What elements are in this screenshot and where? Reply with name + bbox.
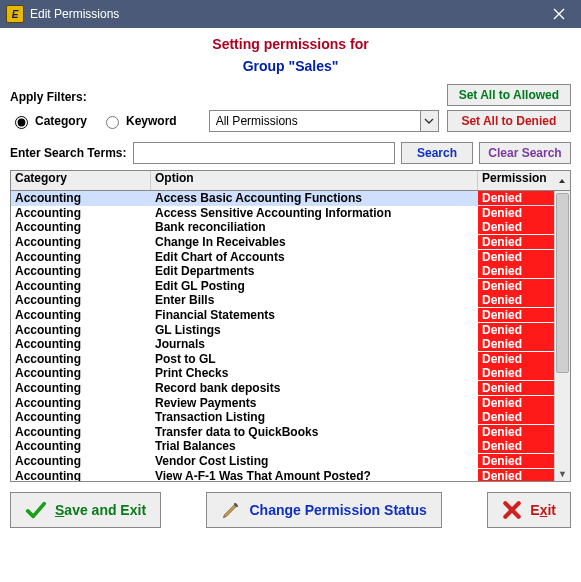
cell-category: Accounting [11, 308, 151, 322]
table-row[interactable]: AccountingVendor Cost ListingDenied [11, 454, 554, 469]
cell-category: Accounting [11, 220, 151, 234]
cell-permission: Denied [478, 366, 554, 380]
cell-category: Accounting [11, 206, 151, 220]
cell-permission: Denied [478, 279, 554, 293]
cell-category: Accounting [11, 396, 151, 410]
table-row[interactable]: AccountingRecord bank depositsDenied [11, 381, 554, 396]
cell-permission: Denied [478, 323, 554, 337]
table-row[interactable]: AccountingBank reconciliationDenied [11, 220, 554, 235]
grid-body[interactable]: AccountingAccess Basic Accounting Functi… [11, 191, 554, 481]
cell-option: Change In Receivables [151, 235, 478, 249]
cell-permission: Denied [478, 337, 554, 351]
change-label: Change Permission Status [249, 502, 426, 518]
radio-keyword-label: Keyword [126, 114, 177, 128]
cell-category: Accounting [11, 454, 151, 468]
scroll-down-icon[interactable]: ▼ [555, 467, 570, 481]
save-and-exit-button[interactable]: Save and Exit [10, 492, 161, 528]
cell-permission: Denied [478, 308, 554, 322]
table-row[interactable]: AccountingEdit DepartmentsDenied [11, 264, 554, 279]
table-row[interactable]: AccountingPost to GLDenied [11, 352, 554, 367]
cell-permission: Denied [478, 206, 554, 220]
table-row[interactable]: AccountingView A-F-1 Was That Amount Pos… [11, 468, 554, 481]
cell-option: Access Sensitive Accounting Information [151, 206, 478, 220]
cell-option: Review Payments [151, 396, 478, 410]
cell-option: Post to GL [151, 352, 478, 366]
check-icon [25, 499, 47, 521]
cell-permission: Denied [478, 396, 554, 410]
cell-option: Transaction Listing [151, 410, 478, 424]
cell-option: Edit GL Posting [151, 279, 478, 293]
cell-category: Accounting [11, 235, 151, 249]
x-icon [502, 500, 522, 520]
cell-category: Accounting [11, 425, 151, 439]
table-row[interactable]: AccountingJournalsDenied [11, 337, 554, 352]
window-close-button[interactable] [537, 0, 581, 28]
cell-option: Edit Departments [151, 264, 478, 278]
cell-category: Accounting [11, 264, 151, 278]
chevron-down-icon [420, 111, 438, 131]
table-row[interactable]: AccountingEdit GL PostingDenied [11, 279, 554, 294]
cell-option: GL Listings [151, 323, 478, 337]
cell-option: Record bank deposits [151, 381, 478, 395]
app-icon: E [6, 5, 24, 23]
table-row[interactable]: AccountingAccess Sensitive Accounting In… [11, 206, 554, 221]
header-category[interactable]: Category [11, 171, 151, 190]
radio-category-label: Category [35, 114, 87, 128]
close-icon [553, 8, 565, 20]
radio-keyword[interactable]: Keyword [101, 113, 177, 129]
table-row[interactable]: AccountingAccess Basic Accounting Functi… [11, 191, 554, 206]
cell-permission: Denied [478, 235, 554, 249]
grid-scrollbar[interactable]: ▲ ▼ [554, 191, 570, 481]
sort-indicator-icon [554, 171, 570, 190]
window-title: Edit Permissions [30, 7, 119, 21]
cell-permission: Denied [478, 352, 554, 366]
cell-category: Accounting [11, 410, 151, 424]
titlebar: E Edit Permissions [0, 0, 581, 28]
set-all-denied-button[interactable]: Set All to Denied [447, 110, 571, 132]
cell-category: Accounting [11, 366, 151, 380]
filters-row: Apply Filters: Category Keyword All Perm… [10, 84, 571, 132]
exit-button[interactable]: Exit [487, 492, 571, 528]
clear-search-button[interactable]: Clear Search [479, 142, 571, 164]
cell-permission: Denied [478, 410, 554, 424]
radio-keyword-input[interactable] [106, 116, 119, 129]
set-all-allowed-button[interactable]: Set All to Allowed [447, 84, 571, 106]
cell-category: Accounting [11, 279, 151, 293]
cell-permission: Denied [478, 469, 554, 481]
cell-option: View A-F-1 Was That Amount Posted? [151, 469, 478, 481]
bottom-bar: Save and Exit Change Permission Status E… [10, 492, 571, 528]
radio-category[interactable]: Category [10, 113, 87, 129]
client-area: Setting permissions for Group "Sales" Ap… [0, 28, 581, 582]
table-row[interactable]: AccountingPrint ChecksDenied [11, 366, 554, 381]
table-row[interactable]: AccountingChange In ReceivablesDenied [11, 235, 554, 250]
header-option[interactable]: Option [151, 171, 478, 190]
cell-permission: Denied [478, 250, 554, 264]
table-row[interactable]: AccountingEdit Chart of AccountsDenied [11, 249, 554, 264]
cell-option: Transfer data to QuickBooks [151, 425, 478, 439]
cell-category: Accounting [11, 469, 151, 481]
radio-category-input[interactable] [15, 116, 28, 129]
filter-combo[interactable]: All Permissions [209, 110, 439, 132]
table-row[interactable]: AccountingGL ListingsDenied [11, 322, 554, 337]
cell-permission: Denied [478, 293, 554, 307]
table-row[interactable]: AccountingTransaction ListingDenied [11, 410, 554, 425]
table-row[interactable]: AccountingTrial BalancesDenied [11, 439, 554, 454]
cell-option: Print Checks [151, 366, 478, 380]
header-permission[interactable]: Permission [478, 171, 554, 190]
permissions-grid: Category Option Permission AccountingAcc… [10, 170, 571, 482]
change-permission-button[interactable]: Change Permission Status [206, 492, 441, 528]
scroll-thumb[interactable] [556, 193, 569, 373]
cell-category: Accounting [11, 323, 151, 337]
cell-category: Accounting [11, 293, 151, 307]
table-row[interactable]: AccountingTransfer data to QuickBooksDen… [11, 425, 554, 440]
table-row[interactable]: AccountingReview PaymentsDenied [11, 395, 554, 410]
grid-header: Category Option Permission [11, 171, 570, 191]
cell-option: Edit Chart of Accounts [151, 250, 478, 264]
pencil-icon [221, 500, 241, 520]
cell-permission: Denied [478, 381, 554, 395]
table-row[interactable]: AccountingEnter BillsDenied [11, 293, 554, 308]
search-button[interactable]: Search [401, 142, 473, 164]
cell-category: Accounting [11, 352, 151, 366]
search-input[interactable] [133, 142, 396, 164]
table-row[interactable]: AccountingFinancial StatementsDenied [11, 308, 554, 323]
